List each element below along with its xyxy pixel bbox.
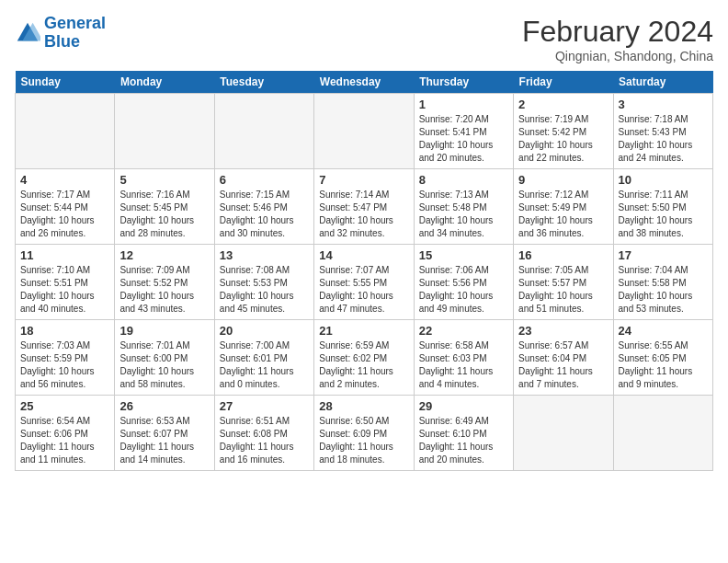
week-row-5: 25Sunrise: 6:54 AM Sunset: 6:06 PM Dayli…	[16, 396, 713, 471]
day-number: 20	[220, 324, 309, 338]
day-number: 27	[220, 399, 309, 413]
calendar-cell: 6Sunrise: 7:15 AM Sunset: 5:46 PM Daylig…	[214, 169, 313, 245]
day-number: 2	[518, 98, 608, 111]
week-row-1: 1Sunrise: 7:20 AM Sunset: 5:41 PM Daylig…	[16, 94, 713, 169]
week-row-4: 18Sunrise: 7:03 AM Sunset: 5:59 PM Dayli…	[16, 320, 713, 396]
day-number: 6	[220, 173, 309, 187]
day-number: 8	[419, 173, 508, 187]
header-row: SundayMondayTuesdayWednesdayThursdayFrid…	[16, 71, 713, 94]
day-info: Sunrise: 7:05 AM Sunset: 5:57 PM Dayligh…	[518, 264, 608, 316]
calendar-cell: 12Sunrise: 7:09 AM Sunset: 5:52 PM Dayli…	[115, 245, 214, 320]
calendar-cell: 17Sunrise: 7:04 AM Sunset: 5:58 PM Dayli…	[613, 245, 712, 320]
calendar-cell: 3Sunrise: 7:18 AM Sunset: 5:43 PM Daylig…	[613, 94, 712, 169]
day-number: 1	[419, 98, 508, 111]
title-area: February 2024 Qingnian, Shandong, China	[522, 15, 713, 63]
day-header-friday: Friday	[514, 71, 613, 94]
calendar-cell: 15Sunrise: 7:06 AM Sunset: 5:56 PM Dayli…	[414, 245, 513, 320]
day-info: Sunrise: 7:18 AM Sunset: 5:43 PM Dayligh…	[619, 113, 708, 165]
calendar-cell: 28Sunrise: 6:50 AM Sunset: 6:09 PM Dayli…	[314, 396, 414, 471]
calendar-cell: 23Sunrise: 6:57 AM Sunset: 6:04 PM Dayli…	[514, 320, 613, 396]
calendar-cell: 8Sunrise: 7:13 AM Sunset: 5:48 PM Daylig…	[414, 169, 513, 245]
page-header: General Blue February 2024 Qingnian, Sha…	[15, 15, 713, 63]
calendar-cell	[115, 94, 214, 169]
week-row-3: 11Sunrise: 7:10 AM Sunset: 5:51 PM Dayli…	[16, 245, 713, 320]
day-info: Sunrise: 6:49 AM Sunset: 6:10 PM Dayligh…	[419, 415, 508, 466]
day-info: Sunrise: 7:08 AM Sunset: 5:53 PM Dayligh…	[220, 264, 309, 316]
day-number: 17	[619, 248, 708, 262]
day-number: 21	[319, 324, 408, 338]
day-number: 24	[619, 324, 708, 338]
day-info: Sunrise: 7:06 AM Sunset: 5:56 PM Dayligh…	[419, 264, 508, 316]
day-info: Sunrise: 7:17 AM Sunset: 5:44 PM Dayligh…	[20, 189, 109, 240]
day-header-thursday: Thursday	[414, 71, 513, 94]
day-info: Sunrise: 7:20 AM Sunset: 5:41 PM Dayligh…	[419, 113, 508, 165]
calendar-cell: 19Sunrise: 7:01 AM Sunset: 6:00 PM Dayli…	[115, 320, 214, 396]
calendar-cell	[613, 396, 712, 471]
calendar-cell: 27Sunrise: 6:51 AM Sunset: 6:08 PM Dayli…	[214, 396, 313, 471]
calendar-cell: 11Sunrise: 7:10 AM Sunset: 5:51 PM Dayli…	[16, 245, 115, 320]
calendar-cell: 9Sunrise: 7:12 AM Sunset: 5:49 PM Daylig…	[514, 169, 613, 245]
day-number: 23	[518, 324, 608, 338]
month-title: February 2024	[522, 15, 713, 49]
calendar-cell: 14Sunrise: 7:07 AM Sunset: 5:55 PM Dayli…	[314, 245, 414, 320]
day-info: Sunrise: 6:55 AM Sunset: 6:05 PM Dayligh…	[619, 339, 708, 391]
day-header-monday: Monday	[115, 71, 214, 94]
day-info: Sunrise: 6:53 AM Sunset: 6:07 PM Dayligh…	[119, 415, 209, 466]
day-number: 18	[20, 324, 109, 338]
day-number: 15	[419, 248, 508, 262]
calendar-cell: 1Sunrise: 7:20 AM Sunset: 5:41 PM Daylig…	[414, 94, 513, 169]
calendar-cell	[314, 94, 414, 169]
day-info: Sunrise: 7:13 AM Sunset: 5:48 PM Dayligh…	[419, 189, 508, 240]
day-info: Sunrise: 7:07 AM Sunset: 5:55 PM Dayligh…	[319, 264, 408, 316]
day-info: Sunrise: 6:50 AM Sunset: 6:09 PM Dayligh…	[319, 415, 408, 466]
day-header-saturday: Saturday	[613, 71, 712, 94]
day-number: 3	[619, 98, 708, 111]
day-number: 9	[518, 173, 608, 187]
day-info: Sunrise: 7:15 AM Sunset: 5:46 PM Dayligh…	[220, 189, 309, 240]
logo-icon	[15, 20, 40, 46]
day-info: Sunrise: 7:14 AM Sunset: 5:47 PM Dayligh…	[319, 189, 408, 240]
calendar-cell: 2Sunrise: 7:19 AM Sunset: 5:42 PM Daylig…	[514, 94, 613, 169]
day-info: Sunrise: 7:09 AM Sunset: 5:52 PM Dayligh…	[119, 264, 209, 316]
calendar-cell: 16Sunrise: 7:05 AM Sunset: 5:57 PM Dayli…	[514, 245, 613, 320]
day-number: 16	[518, 248, 608, 262]
location: Qingnian, Shandong, China	[522, 49, 713, 63]
calendar-cell: 26Sunrise: 6:53 AM Sunset: 6:07 PM Dayli…	[115, 396, 214, 471]
calendar-cell: 7Sunrise: 7:14 AM Sunset: 5:47 PM Daylig…	[314, 169, 414, 245]
day-info: Sunrise: 6:57 AM Sunset: 6:04 PM Dayligh…	[518, 339, 608, 391]
day-number: 19	[119, 324, 209, 338]
day-info: Sunrise: 6:54 AM Sunset: 6:06 PM Dayligh…	[20, 415, 109, 466]
day-info: Sunrise: 7:10 AM Sunset: 5:51 PM Dayligh…	[20, 264, 109, 316]
calendar-cell: 20Sunrise: 7:00 AM Sunset: 6:01 PM Dayli…	[214, 320, 313, 396]
day-number: 22	[419, 324, 508, 338]
week-row-2: 4Sunrise: 7:17 AM Sunset: 5:44 PM Daylig…	[16, 169, 713, 245]
day-number: 29	[419, 399, 508, 413]
day-info: Sunrise: 7:11 AM Sunset: 5:50 PM Dayligh…	[619, 189, 708, 240]
calendar-cell: 18Sunrise: 7:03 AM Sunset: 5:59 PM Dayli…	[16, 320, 115, 396]
day-number: 7	[319, 173, 408, 187]
day-number: 12	[119, 248, 209, 262]
calendar-cell	[16, 94, 115, 169]
day-header-tuesday: Tuesday	[214, 71, 313, 94]
calendar-cell: 29Sunrise: 6:49 AM Sunset: 6:10 PM Dayli…	[414, 396, 513, 471]
day-info: Sunrise: 7:12 AM Sunset: 5:49 PM Dayligh…	[518, 189, 608, 240]
calendar-cell	[214, 94, 313, 169]
day-info: Sunrise: 7:01 AM Sunset: 6:00 PM Dayligh…	[119, 339, 209, 391]
calendar-cell: 25Sunrise: 6:54 AM Sunset: 6:06 PM Dayli…	[16, 396, 115, 471]
day-number: 5	[119, 173, 209, 187]
day-info: Sunrise: 6:59 AM Sunset: 6:02 PM Dayligh…	[319, 339, 408, 391]
calendar-cell: 5Sunrise: 7:16 AM Sunset: 5:45 PM Daylig…	[115, 169, 214, 245]
day-number: 25	[20, 399, 109, 413]
calendar-cell: 13Sunrise: 7:08 AM Sunset: 5:53 PM Dayli…	[214, 245, 313, 320]
day-info: Sunrise: 7:16 AM Sunset: 5:45 PM Dayligh…	[119, 189, 209, 240]
calendar-cell: 22Sunrise: 6:58 AM Sunset: 6:03 PM Dayli…	[414, 320, 513, 396]
day-number: 11	[20, 248, 109, 262]
day-info: Sunrise: 7:03 AM Sunset: 5:59 PM Dayligh…	[20, 339, 109, 391]
calendar-cell: 10Sunrise: 7:11 AM Sunset: 5:50 PM Dayli…	[613, 169, 712, 245]
calendar-table: SundayMondayTuesdayWednesdayThursdayFrid…	[15, 71, 713, 471]
day-info: Sunrise: 7:00 AM Sunset: 6:01 PM Dayligh…	[220, 339, 309, 391]
day-number: 10	[619, 173, 708, 187]
day-header-wednesday: Wednesday	[314, 71, 414, 94]
logo-text: General Blue	[44, 15, 106, 52]
calendar-cell: 21Sunrise: 6:59 AM Sunset: 6:02 PM Dayli…	[314, 320, 414, 396]
